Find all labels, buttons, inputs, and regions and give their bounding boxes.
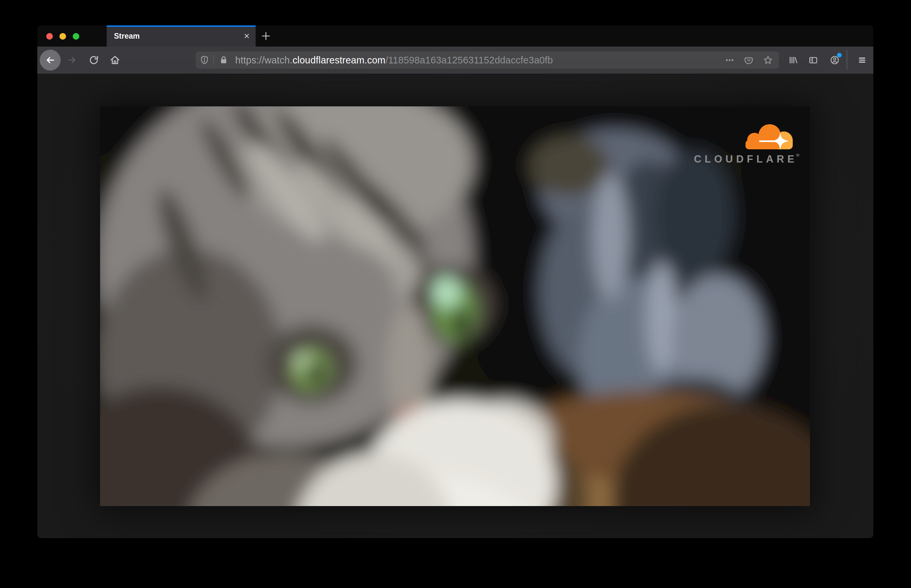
home-button[interactable] <box>109 55 121 66</box>
cloudflare-watermark: CLOUDFLARE® <box>694 124 797 164</box>
close-icon <box>242 32 251 40</box>
address-bar-leading-icons <box>196 55 229 66</box>
traffic-lights <box>46 33 79 40</box>
address-bar-actions <box>724 55 779 66</box>
video-player[interactable]: CLOUDFLARE® <box>100 107 810 506</box>
back-button[interactable] <box>40 50 61 71</box>
back-arrow-icon <box>44 54 56 66</box>
pocket-icon <box>743 55 754 66</box>
video-frame-cat-image <box>100 107 810 506</box>
tracking-protection-shield-icon[interactable] <box>199 55 210 66</box>
ellipsis-icon <box>724 55 735 66</box>
plus-icon <box>260 30 272 42</box>
tab-title: Stream <box>114 26 140 47</box>
new-tab-button[interactable] <box>258 30 273 42</box>
sidebar-icon <box>808 55 819 66</box>
bookmark-star-button[interactable] <box>762 55 774 66</box>
hamburger-menu-icon <box>856 55 868 66</box>
toolbar-separator <box>846 50 847 70</box>
account-notification-dot <box>837 53 842 58</box>
zoom-window-button[interactable] <box>73 33 79 40</box>
lock-icon[interactable] <box>218 55 229 66</box>
library-button[interactable] <box>787 55 798 66</box>
close-window-button[interactable] <box>46 33 53 40</box>
star-icon <box>762 55 774 66</box>
desktop-background: Stream <box>0 0 911 588</box>
sidebar-button[interactable] <box>808 55 819 66</box>
page-actions-button[interactable] <box>724 55 735 66</box>
url-text: https://watch.cloudflarestream.com/11859… <box>235 55 553 66</box>
minimize-window-button[interactable] <box>60 33 66 40</box>
reload-button[interactable] <box>88 55 99 66</box>
tab-stream[interactable]: Stream <box>107 26 256 47</box>
tab-close-button[interactable] <box>242 32 251 40</box>
url-path: /118598a163a125631152ddaccfe3a0fb <box>386 55 553 65</box>
reload-icon <box>88 55 99 66</box>
url-scheme: https://watch. <box>235 55 292 65</box>
address-bar-separator <box>213 55 214 65</box>
cloudflare-cloud-icon <box>741 124 797 152</box>
home-icon <box>109 55 121 66</box>
browser-window: Stream <box>37 26 873 538</box>
forward-arrow-icon <box>66 55 78 66</box>
url-domain: cloudflarestream.com <box>292 55 386 65</box>
navigation-toolbar: https://watch.cloudflarestream.com/11859… <box>37 47 873 74</box>
tab-bar: Stream <box>37 26 873 47</box>
app-menu-button[interactable] <box>856 55 868 66</box>
save-to-pocket-button[interactable] <box>743 55 754 66</box>
page-content: CLOUDFLARE® <box>37 74 873 538</box>
forward-button[interactable] <box>66 55 78 66</box>
account-button[interactable] <box>829 55 840 66</box>
trademark-mark: ® <box>796 153 800 158</box>
library-books-icon <box>787 55 798 66</box>
cloudflare-wordmark: CLOUDFLARE® <box>694 153 800 164</box>
address-bar[interactable]: https://watch.cloudflarestream.com/11859… <box>196 52 779 69</box>
